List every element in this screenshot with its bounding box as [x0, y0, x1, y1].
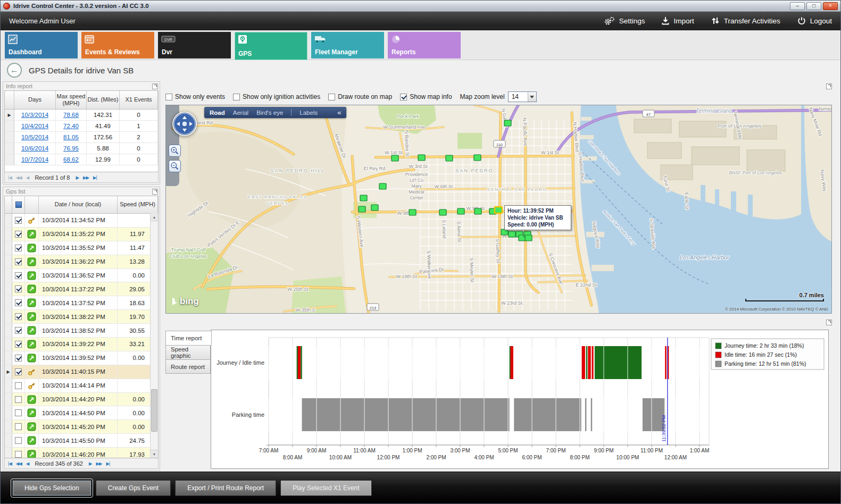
gps-row[interactable]: 10/3/2014 11:46:20 PM17.93 — [5, 448, 158, 458]
import-button[interactable]: Import — [662, 16, 694, 25]
scroll-down-arrow[interactable]: ▼ — [151, 450, 158, 458]
map-canvas[interactable]: Peck ParkCrest RdW Summerland AveMirales… — [166, 105, 832, 313]
gps-map-marker[interactable] — [409, 209, 416, 215]
pager-next-page-button[interactable]: ▶▶ — [95, 461, 103, 466]
create-gps-event-button[interactable]: Create Gps Event — [96, 480, 171, 496]
gps-row[interactable]: 10/3/2014 11:36:52 PM0.00 — [5, 269, 158, 283]
gps-row[interactable]: 10/3/2014 11:38:52 PM30.55 — [5, 324, 158, 338]
pager-next-page-button[interactable]: ▶▶ — [82, 175, 90, 180]
map-view-tab-road[interactable]: Road — [210, 110, 225, 116]
settings-button[interactable]: Settings — [604, 16, 645, 26]
pager-prev-page-button[interactable]: ◀◀ — [15, 175, 23, 180]
row-checkbox[interactable] — [15, 451, 22, 458]
gps-row[interactable]: 10/3/2014 11:37:22 PM29.05 — [5, 282, 158, 296]
tab-events[interactable]: Events & Reviews — [81, 32, 154, 58]
row-checkbox[interactable] — [15, 313, 22, 320]
gps-header-select-all[interactable] — [12, 196, 25, 213]
expand-chart-region-button[interactable] — [826, 320, 832, 325]
table-row[interactable]: 10/7/201468.6212.990 — [5, 154, 158, 165]
pager-next-button[interactable]: ▶ — [74, 175, 80, 180]
gps-map-marker[interactable] — [509, 231, 515, 237]
gps-map-marker[interactable] — [371, 205, 378, 211]
gps-row[interactable]: 10/3/2014 11:45:50 PM24.75 — [5, 434, 158, 448]
tab-gps[interactable]: GPS — [235, 32, 307, 60]
row-checkbox[interactable] — [15, 396, 22, 403]
checkbox-show-map-info[interactable] — [400, 94, 407, 100]
row-checkbox[interactable] — [15, 423, 22, 430]
minimize-button[interactable]: – — [790, 2, 805, 10]
day-link[interactable]: 10/6/2014 — [21, 145, 48, 152]
gps-map-marker[interactable] — [360, 195, 367, 201]
row-checkbox[interactable] — [15, 217, 22, 224]
pager-prev-page-button[interactable]: ◀◀ — [15, 461, 23, 466]
gps-row[interactable]: 10/3/2014 11:34:52 PM — [5, 214, 158, 228]
play-selected-x1-event-button[interactable]: Play Selected X1 Event — [280, 480, 371, 496]
checkbox-show-only-ignition-activities[interactable] — [233, 94, 240, 100]
option-draw-route-on-map[interactable]: Draw route on map — [328, 93, 392, 100]
gps-list-scrollbar[interactable]: ▲ ▼ — [150, 213, 158, 458]
gps-row[interactable]: 10/3/2014 11:35:52 PM11.47 — [5, 241, 158, 255]
expand-gps-panel-button[interactable] — [152, 189, 158, 195]
expand-map-region-button[interactable] — [826, 83, 832, 89]
table-row[interactable]: 10/5/201481.05172.562 — [5, 132, 158, 143]
row-checkbox[interactable] — [15, 409, 22, 416]
gps-map-marker[interactable] — [525, 235, 532, 241]
chart-tab-route-report[interactable]: Route report — [165, 359, 211, 374]
table-row[interactable]: ▶10/3/201478.68142.310 — [5, 110, 158, 121]
option-show-only-ignition-activities[interactable]: Show only ignition activities — [233, 93, 320, 100]
pager-prev-button[interactable]: ◀ — [25, 175, 30, 180]
gps-row[interactable]: 10/3/2014 11:45:20 PM0.00 — [5, 420, 158, 434]
map-zoom-level-select[interactable]: 14 — [508, 91, 537, 102]
map-zoom-in-button[interactable] — [169, 145, 181, 157]
gps-map-marker[interactable] — [446, 155, 453, 161]
max-speed-link[interactable]: 78.68 — [63, 112, 79, 118]
table-row[interactable]: 10/6/201476.955.880 — [5, 143, 158, 154]
gps-row[interactable]: 10/3/2014 11:44:14 PM — [5, 379, 158, 393]
gps-row[interactable]: 10/3/2014 11:35:22 PM11.97 — [5, 228, 158, 241]
gps-row[interactable]: 10/3/2014 11:44:50 PM0.00 — [5, 406, 158, 420]
collapse-map-bar-button[interactable]: « — [337, 108, 341, 116]
gps-row[interactable]: 10/3/2014 11:44:20 PM0.00 — [5, 393, 158, 407]
map-view-tab-bird-s-eye[interactable]: Bird's eye — [256, 110, 283, 116]
row-checkbox[interactable] — [15, 368, 22, 375]
map[interactable]: Peck ParkCrest RdW Summerland AveMirales… — [165, 105, 832, 314]
checkbox-show-only-events[interactable] — [165, 94, 172, 100]
tab-fleet[interactable]: Fleet Manager — [311, 32, 384, 58]
logout-button[interactable]: Logout — [797, 16, 832, 25]
selected-gps-map-marker[interactable] — [495, 207, 502, 213]
row-checkbox[interactable] — [15, 258, 22, 265]
day-link[interactable]: 10/3/2014 — [21, 112, 48, 118]
option-show-only-events[interactable]: Show only events — [165, 93, 225, 100]
row-checkbox[interactable] — [15, 285, 22, 292]
gps-map-marker[interactable] — [379, 183, 386, 189]
map-zoom-out-button[interactable] — [169, 160, 181, 172]
map-view-tab-aerial[interactable]: Aerial — [233, 110, 248, 116]
row-checkbox[interactable] — [15, 272, 22, 279]
map-compass-control[interactable] — [172, 111, 197, 137]
row-checkbox[interactable] — [15, 382, 22, 389]
transfer-activities-button[interactable]: Transfer Activities — [711, 16, 780, 25]
pager-last-button[interactable]: ▶| — [92, 175, 98, 180]
pager-first-button[interactable]: |◀ — [7, 175, 13, 180]
gps-row[interactable]: 10/3/2014 11:39:22 PM33.21 — [5, 338, 158, 351]
max-speed-link[interactable]: 72.40 — [63, 123, 79, 129]
pager-next-button[interactable]: ▶ — [88, 461, 93, 466]
scroll-up-arrow[interactable]: ▲ — [151, 213, 158, 221]
max-speed-link[interactable]: 76.95 — [63, 145, 79, 152]
row-checkbox[interactable] — [15, 355, 22, 362]
gps-map-marker[interactable] — [359, 206, 365, 212]
checkbox-draw-route-on-map[interactable] — [328, 94, 335, 100]
row-checkbox[interactable] — [15, 341, 22, 348]
option-show-map-info[interactable]: Show map info — [400, 93, 452, 100]
tab-dvr[interactable]: DVRDvr — [158, 32, 231, 58]
row-checkbox[interactable] — [15, 327, 22, 334]
maximize-button[interactable]: □ — [806, 2, 821, 10]
scrollbar-thumb[interactable] — [151, 389, 157, 432]
gps-map-marker[interactable] — [474, 208, 481, 214]
gps-map-marker[interactable] — [504, 120, 511, 126]
max-speed-link[interactable]: 68.62 — [63, 156, 79, 163]
day-link[interactable]: 10/4/2014 — [21, 123, 48, 129]
pager-last-button[interactable]: ▶| — [105, 461, 111, 466]
gps-map-marker[interactable] — [439, 209, 446, 215]
tab-dashboard[interactable]: Dashboard — [5, 32, 78, 58]
